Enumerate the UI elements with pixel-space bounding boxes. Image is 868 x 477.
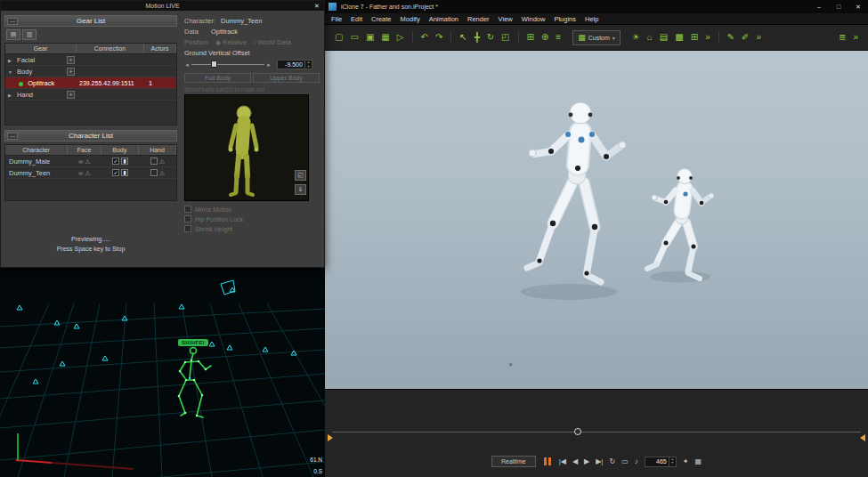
menu-item[interactable]: Animation xyxy=(425,15,463,23)
tools-overflow-icon[interactable]: » xyxy=(757,33,762,42)
close-button[interactable]: ✕ xyxy=(848,0,868,13)
edit-pen-icon[interactable]: ✎ xyxy=(727,33,734,42)
menu-item[interactable]: Modify xyxy=(396,15,425,23)
spin-down-icon[interactable]: ▾ xyxy=(305,65,312,69)
close-icon[interactable]: ✕ xyxy=(312,1,321,11)
body-preview-checkbox[interactable]: ▮ xyxy=(121,169,128,176)
home-icon[interactable]: ⌂ xyxy=(647,33,653,42)
audio-button[interactable]: ♪ xyxy=(635,458,638,465)
character-row-dummy-male[interactable]: Dummy_Male ∞ ⚠ ✓ ▮ ⚠ xyxy=(5,156,176,167)
menu-item[interactable]: Edit xyxy=(346,15,367,23)
main-toolbar: ▢▭▣▦▷ ↶↷ ↖╋↻◰ ⊞⊕≡ ▦ Custom ▾ ☀⌂▤▩⊞» ✎✐» … xyxy=(325,25,868,51)
window-title: iClone 7 - Father and son.iProject * xyxy=(341,4,438,10)
range-end-marker[interactable] xyxy=(860,434,865,441)
visual-settings-icon[interactable]: ⊞ xyxy=(691,33,698,42)
mask-option-checkbox[interactable]: Hip Position Lock xyxy=(184,215,320,222)
spin-down-icon[interactable]: ▾ xyxy=(669,461,676,465)
content-manager-icon[interactable]: ▤ xyxy=(660,33,668,42)
scene-manager-icon[interactable]: ▩ xyxy=(675,33,683,42)
pivot-tool-icon[interactable]: ⊕ xyxy=(541,33,548,42)
body-preview-checkbox[interactable]: ▮ xyxy=(121,158,128,165)
dock-panels-icon[interactable]: ≣ xyxy=(839,33,846,42)
range-start-marker[interactable] xyxy=(328,434,333,441)
collapse-gear-list-button[interactable]: — xyxy=(7,18,18,25)
capture-preview-button[interactable]: ◱ xyxy=(295,170,306,181)
gear-row-body[interactable]: ▼ Body + xyxy=(5,66,176,77)
viewport-3d[interactable]: ✕ xyxy=(325,51,868,389)
realtime-button[interactable]: Realtime xyxy=(491,456,536,467)
hand-tracking-checkbox[interactable] xyxy=(150,158,158,165)
menu-item[interactable]: View xyxy=(494,15,517,23)
load-gear-preset-button[interactable]: ▥ xyxy=(22,29,37,40)
gear-row-facial[interactable]: ▶ Facial + xyxy=(5,54,176,66)
settings-button[interactable]: ✦ xyxy=(683,458,689,465)
pause-button[interactable] xyxy=(542,457,553,465)
scale-tool-icon[interactable]: ◰ xyxy=(501,33,509,42)
select-tool-icon[interactable]: ↖ xyxy=(459,33,466,42)
ground-offset-input[interactable]: -9.500 ▴ ▾ xyxy=(277,60,312,69)
open-project-icon[interactable]: ▭ xyxy=(350,33,358,42)
snap-tool-icon[interactable]: ≡ xyxy=(556,33,561,42)
maximize-button[interactable]: □ xyxy=(829,0,848,13)
hand-tracking-checkbox[interactable] xyxy=(150,169,158,176)
menu-item[interactable]: Window xyxy=(517,15,550,23)
preview-play-icon[interactable]: ▷ xyxy=(397,33,404,42)
redo-icon[interactable]: ↷ xyxy=(435,33,442,42)
range-button[interactable]: ▭ xyxy=(621,458,629,465)
menu-item[interactable]: Help xyxy=(580,15,603,23)
timeline-track[interactable] xyxy=(332,432,861,433)
body-tracking-checkbox[interactable]: ✓ xyxy=(112,169,119,176)
collapse-character-list-button[interactable]: — xyxy=(7,133,18,140)
new-project-icon[interactable]: ▢ xyxy=(335,33,343,42)
move-tool-icon[interactable]: ╋ xyxy=(475,33,480,42)
paint-brush-icon[interactable]: ✐ xyxy=(742,33,749,42)
ground-offset-slider[interactable] xyxy=(191,64,264,65)
loop-button[interactable]: ↻ xyxy=(609,458,615,465)
character-row-dummy-teen[interactable]: Dummy_Teen ∞ ⚠ ✓ ▮ ⚠ xyxy=(5,167,176,179)
frame-spinner[interactable]: ▴ ▾ xyxy=(669,457,676,466)
menu-item[interactable]: Create xyxy=(367,15,396,23)
expand-closed-icon[interactable]: ▶ xyxy=(8,90,15,101)
minimize-button[interactable]: – xyxy=(809,0,829,13)
character-preview[interactable]: ◱ ⇓ xyxy=(184,94,309,201)
menu-item[interactable]: File xyxy=(327,15,346,23)
mask-option-checkbox[interactable]: Mirror Motion xyxy=(184,206,320,213)
gear-row-optitrack[interactable]: Optitrack 239.255.42.99:1511 1 xyxy=(5,77,176,89)
menu-item[interactable]: Plugins xyxy=(549,15,580,23)
previous-frame-button[interactable]: ◀ xyxy=(572,458,578,465)
display-mode-dropdown[interactable]: ▦ Custom ▾ xyxy=(572,30,621,45)
save-as-icon[interactable]: ▦ xyxy=(381,33,389,42)
preview-light-icon[interactable]: ☀ xyxy=(632,33,640,42)
go-to-start-button[interactable]: |◀ xyxy=(559,458,566,465)
save-project-icon[interactable]: ▣ xyxy=(366,33,374,42)
panel-overflow-icon[interactable]: » xyxy=(853,33,858,42)
toolbar-overflow-icon[interactable]: » xyxy=(705,33,710,42)
radio-relative[interactable]: ◉ xyxy=(215,39,221,45)
body-tracking-checkbox[interactable]: ✓ xyxy=(112,158,119,165)
link-tool-icon[interactable]: ⊞ xyxy=(527,33,534,42)
upper-body-button[interactable]: Upper Body xyxy=(253,73,320,83)
add-facial-gear-button[interactable]: + xyxy=(67,56,75,64)
save-gear-preset-button[interactable]: ▤ xyxy=(6,29,20,40)
undo-icon[interactable]: ↶ xyxy=(421,33,428,42)
radio-world-data[interactable]: ○ xyxy=(252,39,256,45)
slider-right-arrow-icon[interactable]: ► xyxy=(266,62,272,68)
add-body-gear-button[interactable]: + xyxy=(67,68,75,76)
mask-option-checkbox[interactable]: Shrink Height xyxy=(184,225,320,232)
clapboard-button[interactable]: ▦ xyxy=(694,458,702,465)
full-body-button[interactable]: Full Body xyxy=(184,73,251,83)
menu-item[interactable]: Render xyxy=(463,15,494,23)
rotate-tool-icon[interactable]: ↻ xyxy=(487,33,494,42)
character-table: Character Face Body Hand Dummy_Male ∞ ⚠ … xyxy=(4,144,177,201)
mocap-viewport[interactable]: SHIHFEI 61.N 0.S xyxy=(0,268,325,477)
slider-left-arrow-icon[interactable]: ◄ xyxy=(184,62,190,68)
save-preview-button[interactable]: ⇓ xyxy=(295,184,306,195)
frame-number-input[interactable]: 465 ▴ ▾ xyxy=(645,457,677,467)
play-button[interactable]: ▶ xyxy=(584,458,589,465)
checkbox-label: Hip Position Lock xyxy=(195,216,243,222)
go-to-end-button[interactable]: ▶| xyxy=(596,458,603,465)
slider-handle[interactable] xyxy=(211,61,217,68)
playhead[interactable] xyxy=(574,428,581,435)
add-hand-gear-button[interactable]: + xyxy=(67,91,75,99)
gear-row-hand[interactable]: ▶ Hand + xyxy=(5,89,176,101)
